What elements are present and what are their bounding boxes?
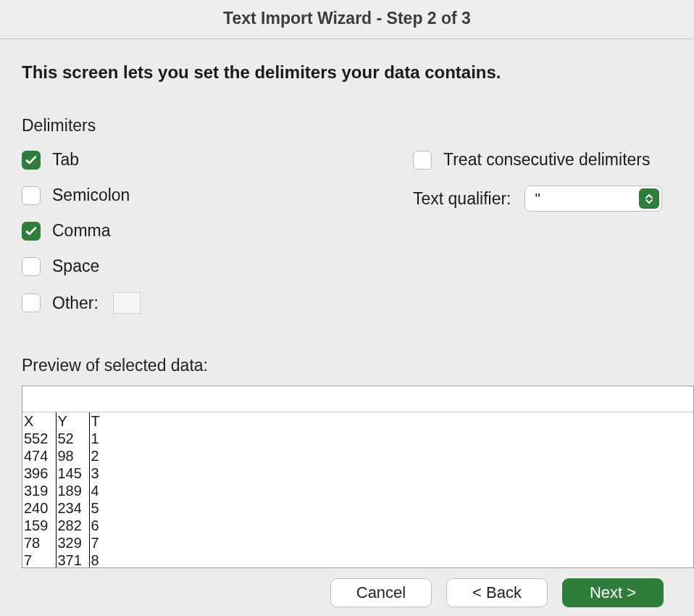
preview-cell: 98 [56,447,89,465]
check-icon [25,225,37,237]
text-qualifier-value: " [535,190,540,207]
preview-cell: 282 [56,517,89,534]
table-row: 1592826 [22,517,122,534]
table-row: 783297 [22,534,122,552]
preview-column-header: T [89,412,122,430]
next-button[interactable]: Next > [562,578,664,607]
label-other: Other: [52,294,99,313]
table-row: 3191894 [22,482,122,499]
checkbox-semicolon[interactable] [22,186,41,205]
preview-cell: 329 [56,534,89,552]
preview-heading: Preview of selected data: [22,356,672,375]
preview-cell: 6 [89,517,122,534]
label-comma: Comma [52,221,111,241]
preview-cell: 8 [89,552,122,568]
label-tab: Tab [52,150,79,170]
preview-table: XYT5525214749823961453319189424023451592… [22,412,122,568]
checkbox-tab[interactable] [22,151,41,170]
preview-column-header: X [22,412,56,430]
preview-box: XYT5525214749823961453319189424023451592… [22,386,694,568]
table-row: 73718 [22,552,122,568]
preview-cell: 7 [89,534,122,552]
preview-cell: 240 [22,499,56,517]
preview-cell: 234 [56,499,89,517]
other-delimiter-input[interactable] [113,292,141,314]
preview-column-header: Y [56,412,89,430]
window-title: Text Import Wizard - Step 2 of 3 [0,0,694,39]
preview-cell: 52 [56,430,89,447]
cancel-button[interactable]: Cancel [330,578,432,607]
table-row: 552521 [22,430,122,447]
table-row: 3961453 [22,465,122,482]
preview-cell: 1 [89,430,122,447]
preview-cell: 3 [89,465,122,482]
preview-cell: 371 [56,552,89,568]
preview-cell: 396 [22,465,56,482]
preview-cell: 552 [22,430,56,447]
preview-cell: 78 [22,534,56,552]
preview-cell: 145 [56,465,89,482]
preview-cell: 474 [22,447,56,465]
stepper-icon [639,188,659,209]
preview-cell: 2 [89,447,122,465]
checkbox-space[interactable] [22,257,41,276]
preview-cell: 189 [56,482,89,499]
text-qualifier-select[interactable]: " [524,186,662,212]
back-button[interactable]: < Back [446,578,548,607]
checkbox-other[interactable] [22,294,41,312]
preview-cell: 159 [22,517,56,534]
instruction-text: This screen lets you set the delimiters … [22,62,672,83]
label-space: Space [52,257,99,276]
check-icon [25,154,37,166]
table-row: 474982 [22,447,122,465]
preview-cell: 5 [89,499,122,517]
label-text-qualifier: Text qualifier: [413,189,511,209]
table-row: 2402345 [22,499,122,517]
preview-cell: 7 [22,552,56,568]
label-semicolon: Semicolon [52,186,130,205]
delimiters-heading: Delimiters [22,116,672,136]
preview-header-blank [22,386,693,412]
preview-cell: 4 [89,482,122,499]
preview-cell: 319 [22,482,56,499]
checkbox-comma[interactable] [22,222,41,241]
label-treat-consecutive: Treat consecutive delimiters [443,150,650,170]
checkbox-treat-consecutive[interactable] [413,151,432,170]
